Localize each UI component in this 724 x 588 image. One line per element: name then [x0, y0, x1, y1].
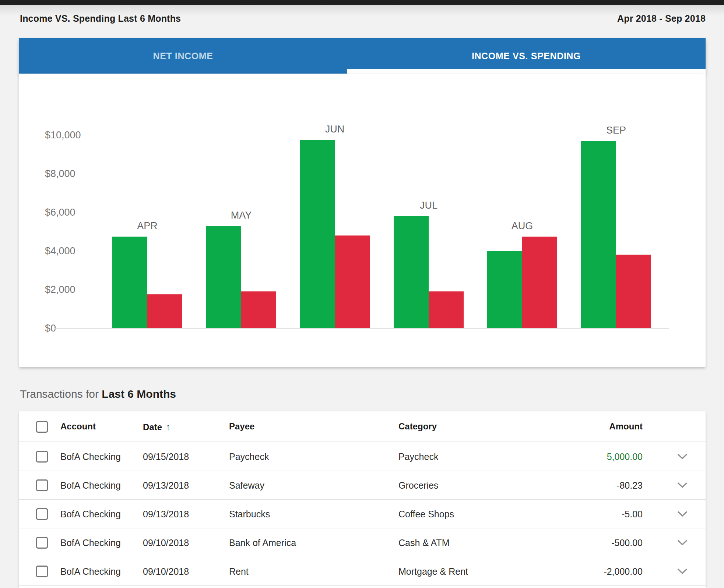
y-axis-tick-label: $10,000 [45, 129, 100, 141]
income-bar-jun[interactable] [300, 140, 335, 328]
table-header-row: Account Date↑ Payee Category Amount [19, 411, 706, 442]
income-bar-sep[interactable] [581, 141, 616, 328]
active-tab-indicator [347, 69, 706, 74]
sort-ascending-icon: ↑ [166, 421, 171, 432]
section-title-prefix: Transactions for [20, 388, 99, 400]
amount-cell: -5.00 [622, 509, 643, 520]
date-cell: 09/10/2018 [143, 566, 189, 577]
bar-group-apr: APR [112, 237, 182, 328]
category-cell: Mortgage & Rent [398, 566, 468, 577]
transactions-table: Account Date↑ Payee Category Amount BofA… [19, 411, 706, 588]
select-all-checkbox[interactable] [36, 421, 48, 433]
row-checkbox[interactable] [36, 566, 48, 577]
month-label: APR [112, 220, 182, 232]
amount-cell: -500.00 [611, 538, 643, 548]
expand-row-chevron-icon[interactable] [677, 482, 688, 490]
month-label: SEP [581, 124, 651, 136]
row-checkbox[interactable] [36, 451, 48, 463]
date-range-label: Apr 2018 - Sep 2018 [617, 13, 706, 24]
spending-bar-jul[interactable] [429, 291, 464, 328]
income-bar-apr[interactable] [112, 237, 147, 328]
payee-cell: Safeway [229, 480, 264, 491]
window-top-edge [0, 0, 724, 5]
income-bar-jul[interactable] [394, 216, 429, 328]
tab-income-vs-spending-label: INCOME VS. SPENDING [472, 51, 581, 61]
account-cell: BofA Checking [60, 451, 121, 462]
expand-row-chevron-icon[interactable] [677, 568, 688, 576]
column-header-amount[interactable]: Amount [609, 421, 643, 432]
date-cell: 09/13/2018 [143, 480, 189, 491]
transaction-row[interactable]: BofA Checking09/13/2018SafewayGroceries-… [19, 471, 706, 500]
category-cell: Paycheck [398, 451, 438, 462]
transactions-section-title: Transactions for Last 6 Months [20, 387, 176, 401]
spending-bar-jun[interactable] [335, 235, 370, 328]
page-title: Income VS. Spending Last 6 Months [20, 13, 181, 24]
month-label: MAY [206, 209, 276, 221]
transaction-row[interactable]: BofA Checking09/15/2018PaycheckPaycheck5… [19, 442, 706, 471]
column-header-account[interactable]: Account [60, 421, 96, 432]
bar-group-sep: SEP [581, 141, 651, 328]
column-header-category[interactable]: Category [398, 421, 437, 432]
bar-group-may: MAY [206, 226, 276, 328]
payee-cell: Starbucks [229, 509, 270, 520]
page-header: Income VS. Spending Last 6 Months Apr 20… [20, 11, 706, 26]
row-checkbox[interactable] [36, 537, 48, 549]
category-cell: Cash & ATM [398, 538, 449, 548]
account-cell: BofA Checking [60, 538, 121, 548]
tab-net-income[interactable]: NET INCOME [19, 38, 347, 74]
transaction-row[interactable]: BofA Checking09/10/2018Bank of AmericaCa… [19, 528, 706, 557]
amount-cell: -2,000.00 [604, 566, 643, 577]
expand-row-chevron-icon[interactable] [677, 511, 688, 519]
date-cell: 09/13/2018 [143, 509, 189, 520]
income-vs-spending-chart-card: $0$2,000$4,000$6,000$8,000$10,000APRMAYJ… [19, 74, 706, 367]
y-axis-tick-label: $6,000 [45, 206, 100, 218]
date-cell: 09/10/2018 [143, 538, 189, 548]
row-checkbox[interactable] [36, 508, 48, 520]
income-bar-aug[interactable] [487, 251, 522, 328]
spending-bar-may[interactable] [241, 291, 276, 328]
category-cell: Coffee Shops [398, 509, 454, 520]
month-label: JUN [300, 123, 370, 135]
mint-trends-page: Income VS. Spending Last 6 Months Apr 20… [0, 0, 724, 588]
column-header-payee[interactable]: Payee [229, 421, 254, 432]
account-cell: BofA Checking [60, 480, 121, 491]
date-cell: 09/15/2018 [143, 451, 189, 462]
column-header-date[interactable]: Date↑ [143, 421, 171, 433]
y-axis-tick-label: $8,000 [45, 168, 100, 180]
account-cell: BofA Checking [60, 566, 121, 577]
income-bar-may[interactable] [206, 226, 241, 328]
table-body: BofA Checking09/15/2018PaycheckPaycheck5… [19, 442, 706, 586]
row-checkbox[interactable] [36, 479, 48, 491]
section-title-range: Last 6 Months [102, 388, 176, 400]
spending-bar-sep[interactable] [616, 255, 651, 328]
amount-cell: 5,000.00 [607, 451, 643, 462]
expand-row-chevron-icon[interactable] [677, 539, 688, 548]
y-axis-tick-label: $4,000 [45, 245, 100, 257]
month-label: JUL [394, 199, 464, 211]
chart-tabs: NET INCOME INCOME VS. SPENDING [19, 38, 706, 74]
spending-bar-apr[interactable] [147, 294, 182, 328]
payee-cell: Bank of America [229, 538, 296, 548]
payee-cell: Paycheck [229, 451, 269, 462]
tab-income-vs-spending[interactable]: INCOME VS. SPENDING [347, 38, 706, 74]
bar-group-jun: JUN [300, 140, 370, 328]
account-cell: BofA Checking [60, 509, 121, 520]
tab-net-income-label: NET INCOME [153, 51, 213, 61]
transaction-row[interactable]: BofA Checking09/13/2018StarbucksCoffee S… [19, 500, 706, 528]
category-cell: Groceries [398, 480, 438, 491]
transaction-row[interactable]: BofA Checking09/10/2018RentMortgage & Re… [19, 557, 706, 586]
bar-group-jul: JUL [394, 216, 464, 328]
expand-row-chevron-icon[interactable] [677, 453, 688, 461]
payee-cell: Rent [229, 566, 249, 577]
month-label: AUG [487, 220, 557, 232]
bar-group-aug: AUG [487, 237, 557, 328]
y-axis-tick-label: $2,000 [45, 284, 100, 295]
spending-bar-aug[interactable] [522, 237, 557, 328]
amount-cell: -80.23 [616, 480, 643, 491]
